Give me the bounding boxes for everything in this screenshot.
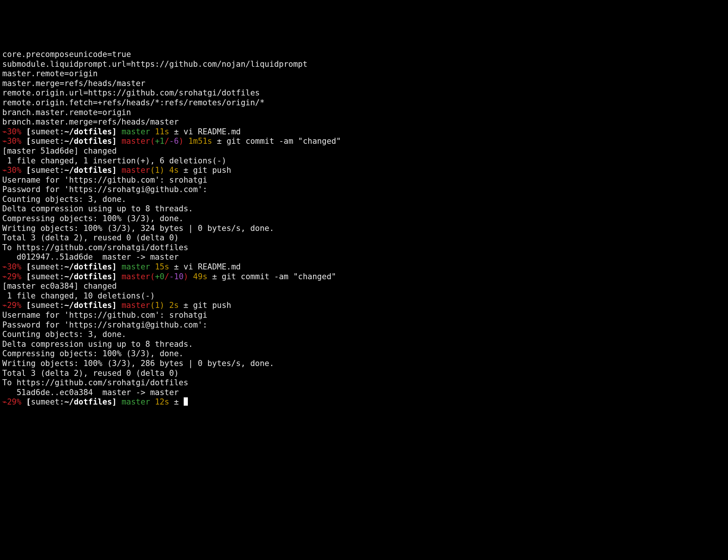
battery-indicator: ⌁30% (2, 262, 22, 271)
git-branch: master (121, 301, 150, 310)
push-output: Username for 'https://github.com': sroha… (2, 175, 726, 262)
ahead-count: (1) (150, 301, 164, 310)
battery-indicator: ⌁30% (2, 166, 22, 175)
command-text: git commit -am "changed" (226, 137, 341, 146)
config-line: submodule.liquidprompt.url=https://githu… (2, 60, 307, 69)
diff-minus: -6 (169, 137, 179, 146)
commit-output: [master 51ad6de] changed 1 file changed,… (2, 146, 726, 166)
git-branch: master (121, 397, 150, 406)
battery-indicator: ⌁29% (2, 301, 22, 310)
push-output: Username for 'https://github.com': sroha… (2, 311, 726, 397)
git-branch: master (121, 137, 150, 146)
prompt-line: ⌁30% [sumeet:~/dotfiles] master(+1/-6) 1… (2, 137, 726, 146)
prompt-line: ⌁30% [sumeet:~/dotfiles] master(1) 4s ± … (2, 166, 726, 175)
ahead-count: (1) (150, 166, 164, 175)
cmd-duration: 4s (169, 166, 179, 175)
prompt-path: ~/dotfiles (64, 301, 112, 310)
diff-plus: +0 (155, 272, 164, 281)
command-text: git push (193, 166, 231, 175)
config-line: remote.origin.url=https://github.com/sro… (2, 88, 260, 97)
cmd-duration: 49s (193, 272, 207, 281)
git-branch: master (121, 166, 150, 175)
cmd-duration: 2s (169, 301, 179, 310)
git-branch: master (121, 272, 150, 281)
prompt-user: sumeet (31, 166, 60, 175)
prompt-path: ~/dotfiles (64, 262, 112, 271)
command-text: vi README.md (184, 262, 241, 271)
prompt-path: ~/dotfiles (64, 272, 112, 281)
prompt-line: ⌁30% [sumeet:~/dotfiles] master 11s ± vi… (2, 127, 726, 137)
terminal[interactable]: core.precomposeunicode=true submodule.li… (0, 48, 728, 409)
prompt-user: sumeet (31, 127, 60, 136)
prompt-user: sumeet (31, 397, 60, 406)
cmd-duration: 12s (155, 397, 169, 406)
battery-indicator: ⌁29% (2, 272, 22, 281)
cmd-duration: 1m51s (188, 137, 212, 146)
cmd-duration: 15s (155, 262, 169, 271)
battery-indicator: ⌁29% (2, 397, 22, 406)
prompt-line: ⌁30% [sumeet:~/dotfiles] master 15s ± vi… (2, 262, 726, 272)
commit-output: [master ec0a384] changed 1 file changed,… (2, 282, 726, 301)
command-text: git commit -am "changed" (222, 272, 336, 281)
prompt-user: sumeet (31, 137, 60, 146)
diff-minus: -10 (169, 272, 184, 281)
config-line: branch.master.remote=origin (2, 108, 131, 117)
config-line: branch.master.merge=refs/heads/master (2, 117, 179, 126)
diff-plus: +1 (155, 137, 164, 146)
prompt-line: ⌁29% [sumeet:~/dotfiles] master(+0/-10) … (2, 272, 726, 282)
config-line: core.precomposeunicode=true (2, 50, 131, 59)
battery-indicator: ⌁30% (2, 137, 22, 146)
battery-indicator: ⌁30% (2, 127, 22, 136)
prompt-user: sumeet (31, 272, 60, 281)
git-branch: master (121, 262, 150, 271)
command-text: vi README.md (184, 127, 241, 136)
command-text: git push (193, 301, 231, 310)
config-line: remote.origin.fetch=+refs/heads/*:refs/r… (2, 98, 264, 107)
prompt-path: ~/dotfiles (64, 397, 112, 406)
prompt-path: ~/dotfiles (64, 166, 112, 175)
prompt-line-active[interactable]: ⌁29% [sumeet:~/dotfiles] master 12s ± (2, 397, 726, 407)
cursor-icon (184, 397, 188, 406)
prompt-user: sumeet (31, 301, 60, 310)
git-config-output: core.precomposeunicode=true submodule.li… (2, 50, 726, 127)
config-line: master.remote=origin (2, 69, 98, 78)
prompt-user: sumeet (31, 262, 60, 271)
config-line: master.merge=refs/heads/master (2, 79, 145, 88)
prompt-line: ⌁29% [sumeet:~/dotfiles] master(1) 2s ± … (2, 301, 726, 311)
git-branch: master (121, 127, 150, 136)
prompt-path: ~/dotfiles (64, 137, 112, 146)
prompt-path: ~/dotfiles (64, 127, 112, 136)
cmd-duration: 11s (155, 127, 169, 136)
